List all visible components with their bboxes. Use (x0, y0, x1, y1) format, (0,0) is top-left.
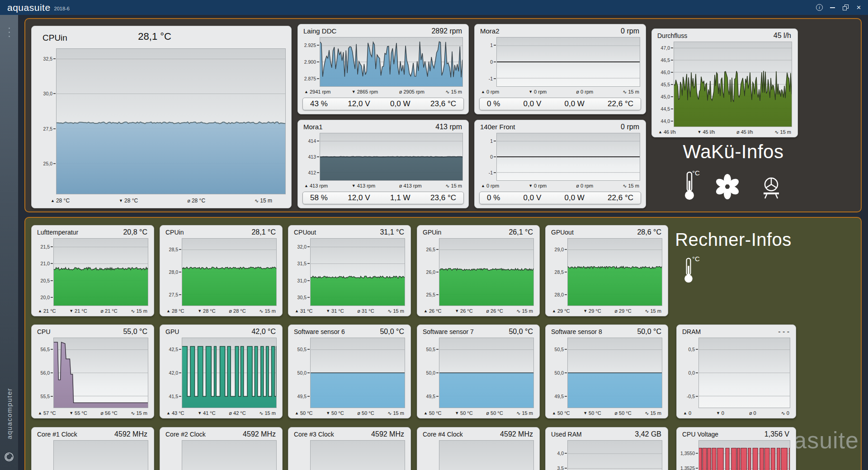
tick-mark (436, 272, 439, 273)
panel-cpuout: CPUout 31,1 °C 32,031,531,030,5 ▲31 °C ▼… (288, 225, 411, 316)
aquacomputer-logo-icon[interactable] (4, 452, 14, 464)
chart-y-axis (33, 440, 53, 470)
stat-time: ∿15 m (131, 410, 147, 416)
chart-stats: ▲21 °C ▼21 °C ø21 °C ∿15 m (32, 307, 154, 316)
stat-time: ∿15 m (623, 89, 639, 94)
y-tick-label: 46,0 (661, 70, 670, 75)
tick-mark (671, 121, 673, 122)
panel-chart (417, 439, 539, 470)
max-icon: ▲ (658, 130, 662, 134)
time-value: 15 m (451, 89, 462, 94)
panel-value: 4592 MHz (500, 430, 533, 438)
avg-icon: ø (187, 198, 190, 203)
panel-front140: 140er Front 0 rpm 10-1 ▲0 rpm ▼0 rpm ø0 … (474, 120, 646, 208)
chart-plot (182, 440, 277, 470)
panel-header: GPUin 26,1 °C (417, 226, 539, 237)
tick-mark (565, 272, 567, 273)
max-value: 21 °C (43, 308, 56, 314)
chart-stats: ▲46 l/h ▼45 l/h ø45 l/h ∿15 m (652, 128, 797, 137)
app-title: aquasuite (7, 2, 51, 13)
tick-mark (494, 141, 496, 141)
stat-value: 1,1 W (390, 193, 410, 202)
panel-header: Used RAM 3,42 GB (546, 428, 668, 439)
avg-icon: ø (357, 309, 360, 314)
tick-mark (494, 156, 496, 157)
chart-svg (568, 441, 662, 470)
min-icon: ▼ (198, 309, 202, 313)
minimize-button[interactable] (826, 0, 839, 15)
panel-chart: 10-1 (475, 132, 646, 182)
max-icon: ▲ (38, 411, 42, 415)
chart-stats: ▲413 rpm ▼413 rpm ø413 rpm ∿15 m (298, 182, 468, 191)
avg-value: 28 °C (192, 197, 205, 204)
grip-dots-icon (9, 28, 10, 37)
panel-luft: Lufttemperatur 20,8 °C 21,521,020,520,0 … (31, 225, 154, 316)
stat-max: ▲0 rpm (481, 89, 499, 94)
min-value: 21 °C (75, 308, 87, 314)
panel-header: Core #4 Clock 4592 MHz (417, 428, 539, 439)
max-value: 0 rpm (486, 89, 499, 94)
stat-value: 12,0 V (348, 193, 370, 202)
panel-title: CPUin (42, 33, 67, 43)
y-tick-label: 29,0 (555, 247, 564, 252)
thermometer-icon: °C (682, 171, 697, 202)
min-icon: ▼ (119, 199, 123, 203)
y-tick-label: 2.900 (304, 59, 316, 65)
y-tick-label: 44,0 (661, 118, 670, 124)
time-value: 15 m (393, 410, 404, 416)
chart-svg (497, 38, 640, 86)
max-icon: ▲ (295, 411, 299, 415)
y-tick-label: 26,5 (426, 247, 435, 252)
y-tick-label: 28,0 (555, 292, 564, 297)
section-title-rechner: Rechner-Infos (658, 230, 808, 250)
panel-header: Core #3 Clock 4592 MHz (288, 428, 410, 439)
time-icon: ∿ (259, 411, 263, 416)
panel-voltage: CPU Voltage 1,356 V 1,35501,3525 ▲ ▼ ø ∿ (676, 427, 796, 470)
y-tick-label: 50,0 (555, 370, 564, 376)
chart-svg (699, 441, 790, 470)
stat-avg: ø2905 rpm (399, 89, 425, 94)
panel-chart: 28,528,027,5 (160, 237, 282, 307)
stat-max: ▲31 °C (295, 308, 313, 314)
chart-y-axis (289, 440, 310, 470)
max-icon: ▲ (51, 199, 55, 203)
time-icon: ∿ (645, 309, 649, 314)
panel-header: Software sensor 6 50,0 °C (288, 325, 410, 336)
tick-mark (317, 156, 319, 157)
stat-avg: ø50 °C (614, 410, 631, 416)
stat-avg: ø0 (749, 410, 756, 416)
close-button[interactable]: × (852, 0, 865, 15)
panel-sw7: Software sensor 7 50,0 °C 50,550,049,5 ▲… (417, 324, 540, 418)
chart-plot (698, 440, 790, 470)
tick-mark (51, 297, 53, 298)
sidebar-menu[interactable]: aquacomputer (0, 15, 18, 470)
tick-mark (179, 349, 181, 350)
stat-max: ▲46 l/h (658, 129, 676, 135)
unit-label: °C (692, 255, 700, 263)
time-value: 15 m (265, 308, 276, 314)
info-button[interactable]: i (813, 0, 826, 15)
time-icon: ∿ (387, 309, 392, 314)
stat-value: 22,6 °C (608, 99, 633, 108)
panel-gpu: GPU 42,0 °C 42,542,041,5 ▲43 °C ▼41 °C ø… (160, 324, 283, 418)
chart-stats: ▲31 °C ▼31 °C ø31 °C ∿15 m (288, 307, 410, 316)
min-icon: ▼ (326, 411, 330, 415)
stat-min: ▼0 rpm (528, 183, 547, 188)
min-value: 45 l/h (703, 129, 715, 135)
panel-header: Lufttemperatur 20,8 °C (32, 226, 154, 237)
panel-chart: 32,031,531,030,5 (288, 237, 410, 307)
restore-button[interactable] (839, 0, 852, 15)
y-tick-label: 28,0 (169, 269, 178, 275)
panel-chart: 32,530,027,525,0 (32, 47, 291, 195)
max-value: 0 rpm (486, 183, 499, 188)
stat-min: ▼413 rpm (352, 183, 375, 188)
min-icon: ▼ (698, 130, 702, 134)
avg-icon: ø (486, 411, 489, 416)
y-tick-label: 26,0 (426, 269, 435, 275)
avg-value: 50 °C (619, 410, 632, 416)
panel-title: CPU Voltage (682, 431, 718, 438)
tick-mark (179, 396, 181, 397)
stat-time: ∿15 m (623, 183, 639, 188)
max-icon: ▲ (481, 90, 485, 94)
stat-time: ∿15 m (131, 308, 147, 314)
